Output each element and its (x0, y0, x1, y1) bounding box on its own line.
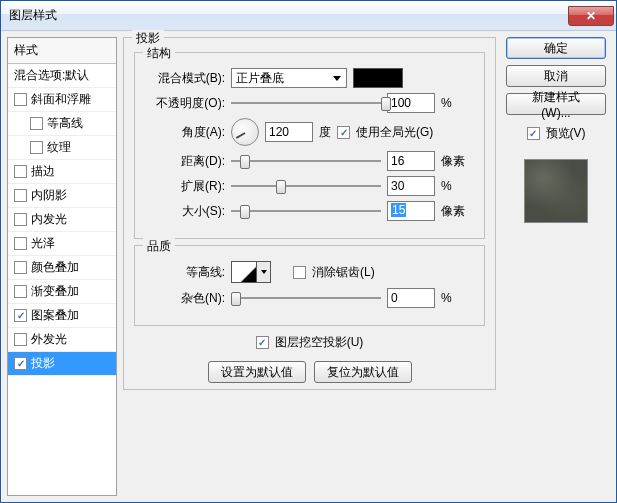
label-angle: 角度(A): (147, 124, 225, 141)
checkbox[interactable] (14, 285, 27, 298)
antialias-checkbox[interactable] (293, 266, 306, 279)
style-item-inner-shadow[interactable]: 内阴影 (8, 184, 116, 208)
checkbox[interactable] (14, 333, 27, 346)
close-icon: ✕ (586, 9, 596, 23)
style-label: 光泽 (31, 235, 55, 252)
checkbox[interactable] (30, 117, 43, 130)
spread-input[interactable] (387, 176, 435, 196)
row-distance: 距离(D): 像素 (147, 151, 472, 171)
style-item-outer-glow[interactable]: 外发光 (8, 328, 116, 352)
contour-picker[interactable] (231, 261, 271, 283)
checkbox[interactable] (14, 309, 27, 322)
style-label: 投影 (31, 355, 55, 372)
label-knockout: 图层挖空投影(U) (275, 334, 364, 351)
label-global-light: 使用全局光(G) (356, 124, 433, 141)
unit-percent2: % (441, 179, 471, 193)
checkbox[interactable] (14, 261, 27, 274)
content-area: 样式 混合选项:默认 斜面和浮雕 等高线 纹理 描边 内阴影 内发光 光泽 颜色… (1, 31, 616, 502)
distance-input[interactable] (387, 151, 435, 171)
btn-label: 设置为默认值 (221, 364, 293, 381)
preview-checkbox[interactable] (527, 127, 540, 140)
reset-default-button[interactable]: 复位为默认值 (314, 361, 412, 383)
main-panel: 投影 结构 混合模式(B): 正片叠底 不透明度(O): % (123, 37, 496, 496)
cancel-button[interactable]: 取消 (506, 65, 606, 87)
style-label: 外发光 (31, 331, 67, 348)
global-light-checkbox[interactable] (337, 126, 350, 139)
angle-input[interactable] (265, 122, 313, 142)
label-contour: 等高线: (147, 264, 225, 281)
checkbox[interactable] (14, 189, 27, 202)
distance-slider[interactable] (231, 152, 381, 170)
checkbox[interactable] (30, 141, 43, 154)
noise-input[interactable] (387, 288, 435, 308)
close-button[interactable]: ✕ (568, 6, 614, 26)
style-item-contour[interactable]: 等高线 (8, 112, 116, 136)
style-item-color-overlay[interactable]: 颜色叠加 (8, 256, 116, 280)
label-blend-mode: 混合模式(B): (147, 70, 225, 87)
style-label: 渐变叠加 (31, 283, 79, 300)
style-item-bevel[interactable]: 斜面和浮雕 (8, 88, 116, 112)
btn-label: 复位为默认值 (327, 364, 399, 381)
opacity-input[interactable] (387, 93, 435, 113)
btn-label: 确定 (544, 40, 568, 57)
btn-label: 取消 (544, 68, 568, 85)
style-label: 描边 (31, 163, 55, 180)
size-input[interactable]: 15 (387, 201, 435, 221)
checkbox[interactable] (14, 357, 27, 370)
shadow-group: 投影 结构 混合模式(B): 正片叠底 不透明度(O): % (123, 37, 496, 390)
label-size: 大小(S): (147, 203, 225, 220)
checkbox[interactable] (14, 237, 27, 250)
blend-mode-combo[interactable]: 正片叠底 (231, 68, 347, 88)
checkbox[interactable] (14, 93, 27, 106)
chevron-down-icon (256, 262, 270, 282)
style-item-blending[interactable]: 混合选项:默认 (8, 64, 116, 88)
size-value: 15 (391, 203, 406, 217)
checkbox[interactable] (14, 213, 27, 226)
row-opacity: 不透明度(O): % (147, 93, 472, 113)
unit-percent3: % (441, 291, 471, 305)
ok-button[interactable]: 确定 (506, 37, 606, 59)
layer-style-dialog: 图层样式 ✕ 样式 混合选项:默认 斜面和浮雕 等高线 纹理 描边 内阴影 内发… (0, 0, 617, 503)
style-item-texture[interactable]: 纹理 (8, 136, 116, 160)
checkbox[interactable] (14, 165, 27, 178)
label-distance: 距离(D): (147, 153, 225, 170)
style-label: 等高线 (47, 115, 83, 132)
style-label: 斜面和浮雕 (31, 91, 91, 108)
right-panel: 确定 取消 新建样式(W)... 预览(V) (502, 37, 610, 496)
default-buttons: 设置为默认值 复位为默认值 (134, 361, 485, 383)
window-title: 图层样式 (9, 7, 57, 24)
color-swatch[interactable] (353, 68, 403, 88)
titlebar: 图层样式 ✕ (1, 1, 616, 31)
label-opacity: 不透明度(O): (147, 95, 225, 112)
style-item-pattern-overlay[interactable]: 图案叠加 (8, 304, 116, 328)
row-blend-mode: 混合模式(B): 正片叠底 (147, 68, 472, 88)
noise-slider[interactable] (231, 289, 381, 307)
combo-value: 正片叠底 (236, 70, 284, 87)
structure-title: 结构 (143, 45, 175, 62)
angle-dial[interactable] (231, 118, 259, 146)
label-preview: 预览(V) (546, 125, 586, 142)
style-item-inner-glow[interactable]: 内发光 (8, 208, 116, 232)
knockout-checkbox[interactable] (256, 336, 269, 349)
style-item-gradient-overlay[interactable]: 渐变叠加 (8, 280, 116, 304)
size-slider[interactable] (231, 202, 381, 220)
preview-thumbnail (524, 159, 588, 223)
style-label: 内阴影 (31, 187, 67, 204)
style-item-drop-shadow[interactable]: 投影 (8, 352, 116, 376)
label-antialias: 消除锯齿(L) (312, 264, 375, 281)
style-item-stroke[interactable]: 描边 (8, 160, 116, 184)
spread-slider[interactable] (231, 177, 381, 195)
style-label: 内发光 (31, 211, 67, 228)
new-style-button[interactable]: 新建样式(W)... (506, 93, 606, 115)
opacity-slider[interactable] (231, 94, 381, 112)
make-default-button[interactable]: 设置为默认值 (208, 361, 306, 383)
row-size: 大小(S): 15 像素 (147, 201, 472, 221)
label-noise: 杂色(N): (147, 290, 225, 307)
style-item-satin[interactable]: 光泽 (8, 232, 116, 256)
row-noise: 杂色(N): % (147, 288, 472, 308)
style-label: 纹理 (47, 139, 71, 156)
row-knockout: 图层挖空投影(U) (134, 334, 485, 351)
unit-px: 像素 (441, 153, 471, 170)
row-spread: 扩展(R): % (147, 176, 472, 196)
row-contour: 等高线: 消除锯齿(L) (147, 261, 472, 283)
